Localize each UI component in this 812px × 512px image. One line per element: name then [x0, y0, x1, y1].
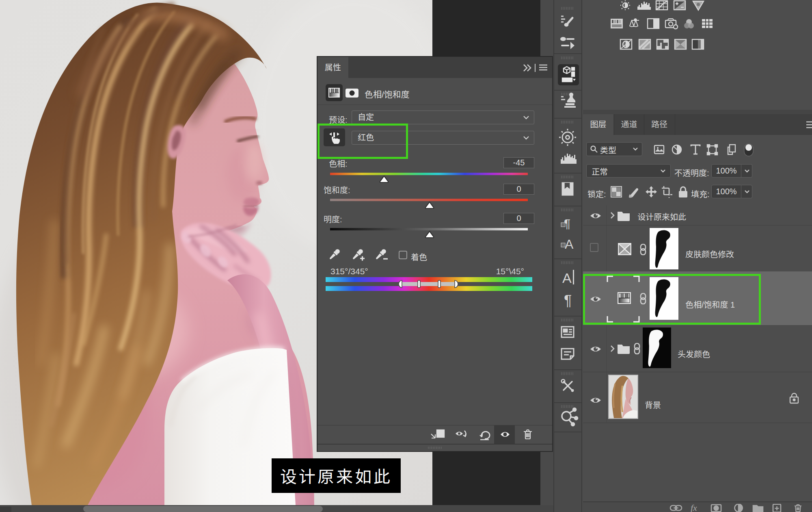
- svg-text:A: A: [562, 270, 572, 286]
- svg-text:A: A: [565, 237, 574, 252]
- svg-text:¶: ¶: [564, 292, 572, 309]
- svg-text:fx: fx: [691, 504, 697, 512]
